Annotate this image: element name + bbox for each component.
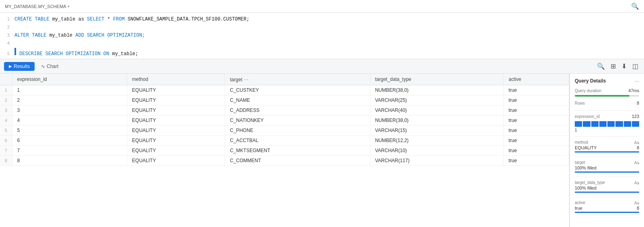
line-content-1: CREATE TABLE my_table as SELECT * FROM S… [14, 16, 644, 23]
editor-line-2: 2 [0, 23, 644, 31]
divider-3 [575, 157, 639, 157]
active-aa-icon: Aa [634, 201, 639, 205]
chart-icon: ∿ [41, 64, 45, 69]
rows-value: 8 [637, 101, 639, 105]
expression-id-row: expression_id 123 1 [575, 114, 639, 132]
cell-expression-id: 5 [12, 126, 127, 136]
active-row: active Aa true 8 [575, 200, 639, 213]
active-label: active [575, 200, 585, 205]
divider-1 [575, 110, 639, 111]
active-line-indicator [14, 48, 16, 55]
method-count: 8 [637, 145, 639, 150]
cell-target: C_MKTSEGMENT [225, 146, 370, 156]
method-label: method [575, 140, 588, 144]
col-header-method[interactable]: method [127, 74, 225, 85]
expression-id-label: expression_id [575, 114, 600, 119]
target-section-label: target Aa [575, 160, 639, 165]
col-header-expression-id[interactable]: expression_id [12, 74, 127, 85]
editor-line-1: 1 CREATE TABLE my_table as SELECT * FROM… [0, 15, 644, 23]
cell-method: EQUALITY [127, 136, 225, 146]
cell-active: true [504, 126, 569, 136]
cell-target-data-type: NUMBER(38,0) [370, 116, 504, 126]
method-bar [575, 151, 639, 153]
query-duration-bar-fill [575, 95, 630, 97]
active-count: 8 [637, 206, 639, 210]
query-duration-value: 47ms [628, 88, 639, 93]
main-content: expression_id method target ··· target_d… [0, 74, 644, 227]
download-button[interactable]: ⬇ [620, 62, 628, 71]
target-data-type-row: target_data_type Aa 100% filled [575, 180, 639, 193]
rows-label: Rows [575, 101, 585, 105]
table-row: 5 5 EQUALITY C_PHONE VARCHAR(15) true [0, 126, 569, 136]
line-content-3: ALTER TABLE my_table ADD SEARCH OPTIMIZA… [14, 32, 644, 39]
db-name: MY_DATABASE.MY_SCHEMA [5, 4, 66, 9]
expr-block-3 [591, 121, 599, 127]
row-num: 5 [0, 126, 12, 136]
col-header-target-data-type[interactable]: target_data_type [370, 74, 504, 85]
col-header-active[interactable]: active [504, 74, 569, 85]
expr-block-4 [599, 121, 607, 127]
panel-button[interactable]: ◫ [631, 62, 640, 71]
results-table: expression_id method target ··· target_d… [0, 74, 569, 166]
target-aa-icon: Aa [634, 161, 639, 165]
active-value: true [575, 206, 582, 210]
table-row: 4 4 EQUALITY C_NATIONKEY NUMBER(38,0) tr… [0, 116, 569, 126]
results-arrow-icon: ▶ [9, 64, 12, 68]
cell-target: C_PHONE [225, 126, 370, 136]
target-data-type-value: 100% filled [575, 186, 597, 190]
cell-active: true [504, 95, 569, 105]
row-num: 1 [0, 85, 12, 95]
search-button[interactable]: 🔍 [595, 62, 607, 71]
search-icon[interactable]: 🔍 [631, 2, 639, 10]
cell-method: EQUALITY [127, 105, 225, 116]
query-duration-label: Query duration [575, 89, 601, 93]
active-value-flex: true 8 [575, 206, 639, 210]
cell-expression-id: 2 [12, 95, 127, 105]
chart-tab[interactable]: ∿ Chart [38, 62, 62, 71]
rows-row: Rows 8 [575, 101, 639, 106]
col-header-target[interactable]: target ··· [225, 74, 370, 85]
db-label[interactable]: MY_DATABASE.MY_SCHEMA ▾ [5, 4, 70, 9]
line-num-2: 2 [0, 24, 14, 31]
cell-expression-id: 7 [12, 146, 127, 156]
chevron-down-icon: ▾ [68, 4, 70, 8]
editor-line-5: 5 DESCRIBE SEARCH OPTIMIZATION ON my_tab… [0, 47, 644, 58]
method-section-label: method Aa [575, 140, 639, 145]
target-label: target [575, 160, 585, 165]
results-button[interactable]: ▶ Results [4, 62, 35, 71]
cell-method: EQUALITY [127, 156, 225, 166]
line-num-1: 1 [0, 16, 14, 23]
cell-active: true [504, 156, 569, 166]
row-num: 4 [0, 116, 12, 126]
cell-target-data-type: VARCHAR(40) [370, 105, 504, 116]
active-section-label: active Aa [575, 200, 639, 206]
expr-block-6 [615, 121, 623, 127]
cell-target-data-type: NUMBER(12,2) [370, 136, 504, 146]
chart-label: Chart [47, 64, 58, 69]
cell-active: true [504, 136, 569, 146]
cell-target: C_NATIONKEY [225, 116, 370, 126]
expression-id-sub: 1 [575, 128, 577, 132]
table-row: 1 1 EQUALITY C_CUSTKEY NUMBER(38,0) true [0, 85, 569, 95]
columns-button[interactable]: ⊞ [609, 62, 617, 71]
sql-editor[interactable]: 1 CREATE TABLE my_table as SELECT * FROM… [0, 13, 644, 59]
method-value-flex: EQUALITY 8 [575, 145, 639, 150]
line-content-5: DESCRIBE SEARCH OPTIMIZATION ON my_table… [19, 50, 644, 58]
expr-block-2 [583, 121, 590, 127]
expression-id-bar [575, 121, 639, 127]
method-value: EQUALITY [575, 145, 597, 150]
divider-5 [575, 197, 639, 197]
query-details-more-icon[interactable]: ··· [634, 78, 639, 84]
target-row: target Aa 100% filled [575, 160, 639, 173]
query-duration-row: Query duration 47ms [575, 88, 639, 97]
table-row: 2 2 EQUALITY C_NAME VARCHAR(25) true [0, 95, 569, 105]
cell-method: EQUALITY [127, 95, 225, 105]
toolbar-left: ▶ Results ∿ Chart [4, 62, 62, 71]
results-table-section: expression_id method target ··· target_d… [0, 74, 570, 227]
cell-method: EQUALITY [127, 146, 225, 156]
cell-method: EQUALITY [127, 116, 225, 126]
row-num: 3 [0, 105, 12, 116]
query-duration-bar-wrap [575, 95, 639, 97]
toolbar-right: 🔍 ⊞ ⬇ ◫ [595, 62, 640, 71]
results-label: Results [14, 64, 30, 69]
